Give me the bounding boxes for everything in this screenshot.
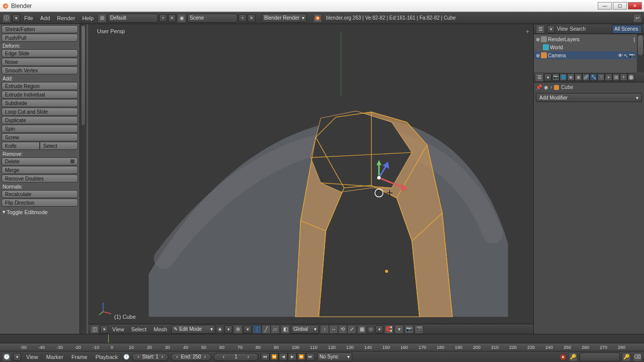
toggle-editmode-operator[interactable]: ▾Toggle Editmode — [2, 207, 78, 217]
outliner-row-world[interactable]: 🌐 World — [534, 43, 637, 51]
tab-object[interactable]: ▣ — [575, 73, 582, 81]
proportional-expand-icon[interactable]: ▾ — [375, 325, 383, 333]
viewport-canvas[interactable]: User Persp + — [88, 24, 533, 324]
tab-constraints[interactable]: 🔗 — [582, 73, 590, 81]
tab-scene[interactable]: 🌐 — [559, 73, 567, 81]
tool-extrude-region[interactable]: Extrude Region — [2, 82, 78, 90]
tool-duplicate[interactable]: Duplicate — [2, 116, 78, 124]
outliner-scrollbar[interactable] — [637, 34, 644, 72]
manipulator-translate-icon[interactable]: ↔ — [329, 325, 338, 334]
tool-remove-doubles[interactable]: Remove Doubles — [2, 174, 78, 183]
layout-remove-button[interactable]: ✕ — [168, 14, 176, 22]
tab-data[interactable]: ▽ — [597, 73, 605, 81]
properties-editor-type-icon[interactable]: ☰ — [535, 73, 544, 82]
use-preview-range-icon[interactable]: 🕐 — [123, 353, 130, 360]
manipulator-toggle-icon[interactable]: ↕ — [320, 325, 329, 334]
tool-push-pull[interactable]: Push/Pull — [2, 34, 78, 42]
tool-smooth-vertex[interactable]: Smooth Vertex — [2, 66, 78, 74]
editor-type-icon[interactable]: ⓘ — [2, 14, 11, 23]
keying-set-dropdown[interactable] — [580, 352, 620, 361]
tool-extrude-individual[interactable]: Extrude Individual — [2, 90, 78, 99]
timeline-menu-frame[interactable]: Frame — [68, 354, 91, 360]
limit-selection-icon[interactable]: ◧ — [281, 325, 290, 334]
close-button[interactable]: ✕ — [628, 2, 642, 10]
outliner-menu-search[interactable]: Search — [570, 26, 586, 32]
tool-shelf-scrollbar[interactable] — [79, 24, 87, 334]
outliner-scope-dropdown[interactable]: All Scenes — [612, 25, 642, 34]
restrict-select-icon[interactable]: ↖ — [624, 53, 628, 58]
proportional-edit-icon[interactable]: ○ — [367, 326, 374, 333]
minimize-button[interactable]: — — [598, 2, 612, 10]
select-edge-icon[interactable]: ╱ — [262, 325, 271, 334]
tool-recalculate[interactable]: Recalculate — [2, 190, 78, 198]
engine-dropdown[interactable]: Blender Render▾ — [262, 14, 307, 23]
pivot-expand-icon[interactable]: ▾ — [244, 325, 252, 333]
menu-add[interactable]: Add — [37, 15, 53, 21]
viewport-editor-type-icon[interactable]: ◫ — [90, 325, 99, 334]
select-vertex-icon[interactable]: ⋮ — [253, 325, 262, 334]
select-face-icon[interactable]: ▱ — [271, 325, 280, 334]
outliner-row-renderlayers[interactable]: ⊕ RenderLayers| — [534, 35, 637, 43]
tool-flip-direction[interactable]: Flip Direction — [2, 199, 78, 207]
scene-remove-button[interactable]: ✕ — [248, 14, 256, 22]
tab-texture[interactable]: ▦ — [612, 73, 620, 81]
opengl-render-icon[interactable]: 📷 — [405, 325, 414, 334]
manipulator-scale-icon[interactable]: ⤢ — [347, 325, 356, 334]
orientation-dropdown[interactable]: Global▾ — [291, 325, 319, 334]
snap-icon[interactable]: 🧲 — [384, 325, 393, 334]
play-forward-icon[interactable]: ▶ — [288, 353, 297, 361]
timeline-editor-type-icon[interactable]: 🕐 — [2, 352, 11, 361]
end-frame-field[interactable]: ‹ End: 250 › — [171, 353, 211, 361]
tool-merge[interactable]: Merge — [2, 166, 78, 174]
timeline-menu-marker[interactable]: Marker — [43, 354, 66, 360]
start-frame-field[interactable]: ‹ Start: 1 › — [132, 353, 169, 361]
outliner-row-camera[interactable]: ⊕ Camera 👁 ↖ 📷 — [534, 51, 637, 59]
keyframe-prev-icon[interactable]: ⏪ — [270, 353, 279, 361]
header-expand-icon[interactable]: ▾ — [12, 14, 20, 22]
restrict-view-icon[interactable]: 👁 — [618, 53, 623, 58]
layers-icon[interactable]: ▦ — [357, 325, 366, 334]
add-modifier-dropdown[interactable]: Add Modifier▾ — [536, 93, 642, 102]
outliner-expand-icon[interactable]: ▾ — [547, 25, 555, 33]
delete-keyframe-icon[interactable]: ⌫ — [633, 352, 642, 361]
restrict-render-icon[interactable]: 📷 — [629, 53, 635, 58]
tool-noise[interactable]: Noise — [2, 58, 78, 66]
outliner-menu-view[interactable]: View — [557, 26, 568, 32]
scene-dropdown[interactable]: Scene — [187, 14, 237, 23]
tool-edge-slide[interactable]: Edge Slide — [2, 49, 78, 57]
tab-world[interactable]: ◉ — [567, 73, 575, 81]
tab-particles[interactable]: ✦ — [620, 73, 627, 81]
tab-physics[interactable]: ⬤ — [627, 73, 635, 81]
timeline-body[interactable] — [0, 334, 644, 343]
tool-shrink-fatten[interactable]: Shrink/Fatten — [2, 25, 78, 33]
viewport-menu-select[interactable]: Select — [128, 326, 150, 332]
timeline-expand-icon[interactable]: ▾ — [13, 353, 21, 361]
menu-render[interactable]: Render — [54, 15, 78, 21]
manipulator-rotate-icon[interactable]: ⟲ — [338, 325, 347, 334]
keyframe-next-icon[interactable]: ⏩ — [297, 353, 306, 361]
tool-loop-cut[interactable]: Loop Cut and Slide — [2, 108, 78, 116]
viewport-menu-mesh[interactable]: Mesh — [150, 326, 170, 332]
shading-expand-icon[interactable]: ▾ — [224, 325, 232, 333]
viewport-menu-view[interactable]: View — [109, 326, 127, 332]
timeline-menu-view[interactable]: View — [23, 354, 41, 360]
timeline-ruler[interactable]: -50-40-30-20-100102030405060708090100110… — [0, 343, 644, 351]
sync-dropdown[interactable]: No Sync▾ — [317, 352, 352, 361]
pin-icon[interactable]: 📌 — [536, 84, 542, 90]
outliner-editor-type-icon[interactable]: ☰ — [536, 25, 545, 34]
maximize-button[interactable]: ☐ — [613, 2, 627, 10]
tool-knife[interactable]: Knife — [2, 142, 40, 150]
tab-modifiers[interactable]: 🔧 — [590, 73, 597, 81]
jump-end-icon[interactable]: ⏭ — [306, 353, 315, 361]
current-frame-field[interactable]: ‹ 1 › — [213, 353, 259, 361]
snap-type-icon[interactable]: ▾ — [394, 325, 404, 334]
pivot-icon[interactable]: ⊕ — [233, 325, 243, 334]
menu-help[interactable]: Help — [79, 15, 97, 21]
tool-screw[interactable]: Screw — [2, 133, 78, 141]
viewport-expand-icon[interactable]: ▾ — [100, 325, 108, 333]
tool-subdivide[interactable]: Subdivide — [2, 99, 78, 107]
shading-solid-icon[interactable]: ● — [216, 326, 223, 333]
tab-material[interactable]: ● — [605, 73, 612, 81]
back-to-previous-icon[interactable]: ↩ — [633, 14, 642, 23]
mode-dropdown[interactable]: ✎ Edit Mode▾ — [171, 325, 215, 334]
